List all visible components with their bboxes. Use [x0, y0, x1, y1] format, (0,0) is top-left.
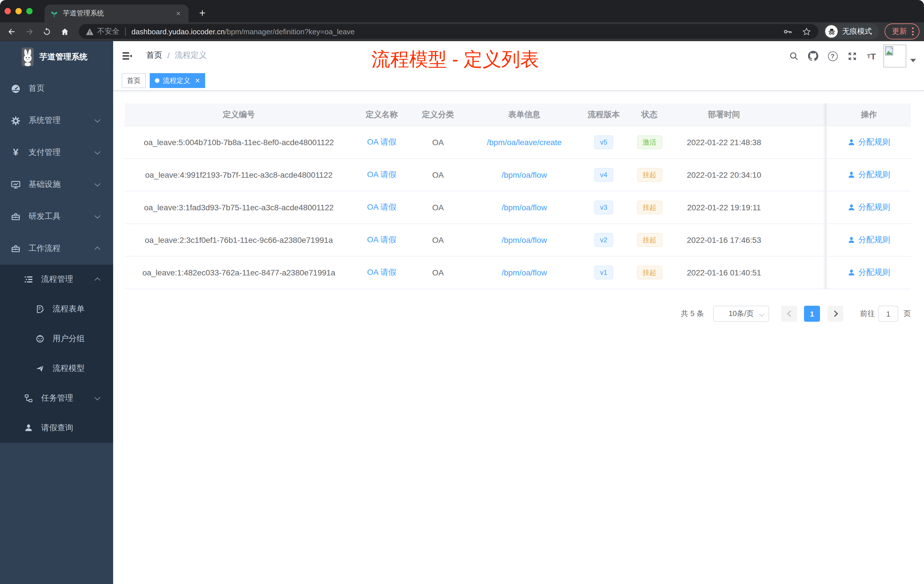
- sidebar-item-user-group[interactable]: 用户分组: [0, 324, 113, 354]
- font-size-icon[interactable]: TT: [862, 41, 881, 71]
- forward-icon[interactable]: [21, 24, 37, 39]
- form-icon: [35, 304, 45, 314]
- goto-page-input[interactable]: [878, 306, 898, 322]
- avatar[interactable]: [883, 45, 906, 68]
- assign-rule-link[interactable]: 分配规则: [847, 267, 890, 278]
- people-icon: [35, 334, 45, 344]
- definition-name-link[interactable]: OA 请假: [367, 267, 396, 278]
- version-badge: v2: [594, 233, 613, 247]
- tag-close-icon[interactable]: ✕: [195, 77, 200, 84]
- minimize-window-button[interactable]: [15, 8, 22, 14]
- gear-icon: [11, 116, 21, 125]
- tab-close-icon[interactable]: ×: [174, 9, 183, 18]
- help-icon[interactable]: ?: [823, 41, 842, 71]
- page-content: 定义编号 定义名称 定义分类 表单信息 流程版本 状态 部署时间 操作 oa_l…: [113, 91, 924, 322]
- form-link[interactable]: /bpm/oa/flow: [502, 203, 547, 212]
- sidebar-item-system[interactable]: 系统管理: [0, 105, 113, 137]
- chevron-down-icon: [94, 117, 100, 122]
- screen: 芋道管理系统 × + 不安全 d: [0, 0, 924, 584]
- not-secure-warning-icon: [86, 28, 94, 35]
- tree-icon: [23, 393, 33, 403]
- tree-table-icon: [23, 275, 33, 284]
- assign-rule-link[interactable]: 分配规则: [847, 170, 890, 180]
- version-badge: v5: [594, 135, 613, 149]
- sidebar-item-workflow[interactable]: 工作流程: [0, 233, 113, 265]
- sidebar-item-payment[interactable]: ¥ 支付管理: [0, 137, 113, 168]
- github-icon[interactable]: [804, 41, 823, 71]
- sidebar-logo[interactable]: 芋道管理系统: [0, 41, 113, 73]
- sidebar-item-devtools[interactable]: 研发工具: [0, 201, 113, 233]
- home-icon[interactable]: [56, 24, 73, 39]
- assign-rule-link[interactable]: 分配规则: [847, 202, 890, 213]
- status-badge: 挂起: [637, 233, 662, 247]
- definition-name-link[interactable]: OA 请假: [367, 170, 396, 180]
- hamburger-icon[interactable]: [122, 51, 132, 63]
- definition-category: OA: [410, 257, 466, 289]
- assign-rule-link[interactable]: 分配规则: [847, 137, 890, 147]
- form-link[interactable]: /bpm/oa/leave/create: [487, 138, 562, 147]
- browser-menu-icon[interactable]: [912, 27, 914, 35]
- definition-name-link[interactable]: OA 请假: [367, 137, 396, 147]
- address-bar: 不安全 dashboard.yudao.iocoder.cn/bpm/manag…: [0, 22, 924, 41]
- breadcrumb-home[interactable]: 首页: [146, 50, 162, 61]
- sidebar-item-infra[interactable]: 基础设施: [0, 168, 113, 201]
- monitor-icon: [11, 180, 21, 190]
- prev-page-button[interactable]: [781, 306, 797, 322]
- form-link[interactable]: /bpm/oa/flow: [502, 268, 547, 277]
- pagination: 共 5 条 10条/页 1 前往 页: [125, 306, 911, 322]
- assign-rule-link[interactable]: 分配规则: [847, 235, 890, 245]
- avatar-dropdown-icon[interactable]: [910, 59, 916, 62]
- status-badge: 挂起: [637, 201, 662, 214]
- bookmark-star-icon[interactable]: [802, 26, 812, 36]
- new-tab-button[interactable]: +: [195, 6, 210, 21]
- sidebar-item-task-management[interactable]: 任务管理: [0, 383, 113, 413]
- search-icon[interactable]: [784, 41, 804, 71]
- reload-icon[interactable]: [39, 24, 55, 39]
- browser-chrome: 芋道管理系统 × + 不安全 d: [0, 0, 924, 41]
- status-badge: 挂起: [637, 168, 662, 182]
- chevron-up-icon: [94, 277, 100, 283]
- sidebar-item-leave-query[interactable]: 请假查询: [0, 413, 113, 443]
- next-page-button[interactable]: [827, 306, 843, 322]
- sidebar-item-process-form[interactable]: 流程表单: [0, 294, 113, 324]
- sidebar-item-home[interactable]: 首页: [0, 73, 113, 105]
- form-link[interactable]: /bpm/oa/flow: [502, 170, 547, 180]
- chevron-down-icon: [94, 213, 100, 219]
- incognito-label: 无痕模式: [842, 26, 872, 36]
- version-badge: v4: [594, 168, 613, 182]
- sidebar-item-process-management[interactable]: 流程管理: [0, 265, 113, 294]
- zoom-window-button[interactable]: [26, 8, 33, 14]
- table-row: oa_leave:2:3c1f0ef1-76b1-11ec-9c66-a2380…: [125, 224, 911, 257]
- tab-strip: 芋道管理系统 × +: [0, 0, 924, 22]
- tag-home[interactable]: 首页: [122, 73, 146, 88]
- tag-process-definition[interactable]: 流程定义 ✕: [150, 73, 205, 88]
- page-size-select[interactable]: 10条/页: [713, 306, 769, 322]
- url-field[interactable]: 不安全 dashboard.yudao.iocoder.cn/bpm/manag…: [79, 24, 818, 39]
- password-key-icon[interactable]: [783, 26, 792, 36]
- fullscreen-icon[interactable]: [842, 41, 862, 71]
- definition-name-link[interactable]: OA 请假: [367, 202, 396, 213]
- security-label[interactable]: 不安全: [97, 26, 119, 36]
- table-row: oa_leave:1:482ec033-762a-11ec-8477-a2380…: [125, 257, 911, 289]
- definition-id: oa_leave:3:1fad3d93-7b75-11ec-a3c8-acde4…: [125, 191, 353, 223]
- chrome-update-button[interactable]: 更新: [884, 23, 919, 40]
- definition-id: oa_leave:5:004b710b-7b8a-11ec-8ef0-acde4…: [125, 126, 353, 158]
- definition-name-link[interactable]: OA 请假: [367, 235, 396, 245]
- browser-tab[interactable]: 芋道管理系统 ×: [45, 5, 188, 22]
- favicon-seedling-icon: [50, 10, 58, 17]
- sidebar-item-process-model[interactable]: 流程模型: [0, 354, 113, 383]
- back-icon[interactable]: [3, 24, 20, 39]
- active-dot: [155, 78, 159, 83]
- chevron-down-icon: [94, 394, 100, 400]
- definition-id: oa_leave:4:991f2193-7b7f-11ec-a3c8-acde4…: [125, 159, 353, 191]
- page-number-current[interactable]: 1: [804, 306, 820, 322]
- table-row: oa_leave:5:004b710b-7b8a-11ec-8ef0-acde4…: [125, 126, 911, 159]
- close-window-button[interactable]: [5, 8, 11, 14]
- form-link[interactable]: /bpm/oa/flow: [502, 236, 547, 244]
- divider: [125, 27, 126, 36]
- incognito-icon: [825, 25, 838, 38]
- deploy-time: 2022-01-22 19:19:11: [674, 191, 774, 223]
- update-label[interactable]: 更新: [892, 26, 907, 36]
- deploy-time: 2022-01-22 20:34:10: [674, 159, 774, 191]
- table-row: oa_leave:3:1fad3d93-7b75-11ec-a3c8-acde4…: [125, 191, 911, 224]
